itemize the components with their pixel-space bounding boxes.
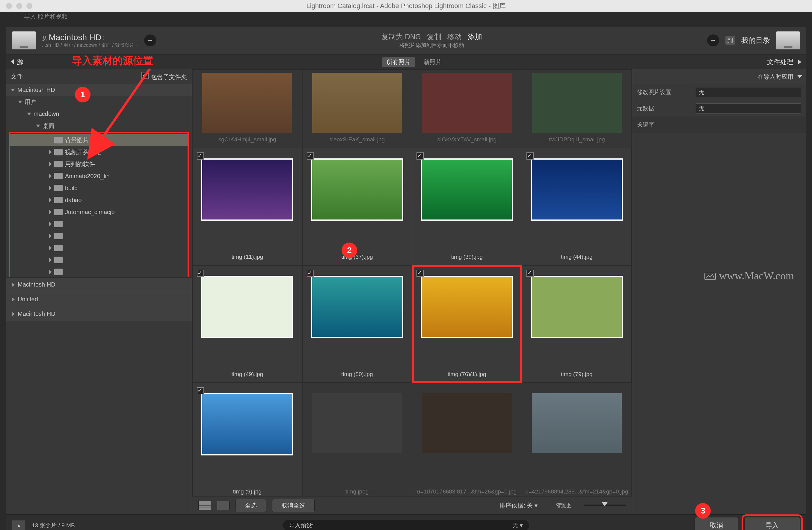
tree-folder[interactable]: dabao xyxy=(10,194,188,206)
window-title: Lightroom Catalog.lrcat - Adobe Photosho… xyxy=(306,1,506,11)
tree-folder[interactable] xyxy=(10,242,188,254)
thumb-checkbox[interactable] xyxy=(307,270,314,277)
folder-icon xyxy=(54,221,63,227)
folder-icon xyxy=(54,173,63,179)
sort-dropdown[interactable]: 关 xyxy=(527,502,533,509)
tree-folder[interactable] xyxy=(10,254,188,266)
thumb-image xyxy=(531,158,623,221)
tree-folder[interactable]: 视频开头结尾 xyxy=(10,146,188,158)
thumb-checkbox[interactable] xyxy=(197,270,204,277)
mode-move[interactable]: 移动 xyxy=(447,33,462,41)
thumb-cell[interactable]: timg (11).jpg xyxy=(192,148,302,265)
thumb-checkbox[interactable] xyxy=(197,387,204,394)
thumb-cell[interactable]: u=1070176683,817...&fm=26&gp=0.jpg xyxy=(412,383,522,496)
apply-on-import-header[interactable]: 在导入时应用 xyxy=(632,69,806,84)
mode-copy[interactable]: 复制 xyxy=(427,33,441,41)
select-all-button[interactable]: 全选 xyxy=(235,499,266,512)
file-handling-header[interactable]: 文件处理 xyxy=(632,55,806,69)
deselect-all-button[interactable]: 取消全选 xyxy=(272,499,315,512)
mode-dng[interactable]: 复制为 DNG xyxy=(381,33,421,41)
tree-users[interactable]: 用户 xyxy=(25,98,37,106)
thumb-image xyxy=(311,158,403,221)
dest-label[interactable]: 我的目录 xyxy=(741,35,770,45)
folder-icon xyxy=(54,209,63,215)
bottom-bar: ▲ 13 张照片 / 9 MB 导入预设: 无 ▾ 取消 导入 xyxy=(6,514,806,530)
cancel-button[interactable]: 取消 xyxy=(695,517,738,530)
thumb-checkbox[interactable] xyxy=(526,270,534,277)
keywords-field[interactable]: 关键字 xyxy=(632,117,806,133)
thumb-cell[interactable]: timg (44).jpg xyxy=(522,148,632,265)
mac-window-controls[interactable] xyxy=(6,3,32,9)
grid-view-icon[interactable] xyxy=(198,501,211,510)
thumb-cell[interactable]: timg (39).jpg xyxy=(412,148,522,265)
import-preset-bar[interactable]: 导入预设: 无 ▾ xyxy=(283,520,529,530)
thumb-checkbox[interactable] xyxy=(417,152,424,160)
tree-folder[interactable]: 用到的软件 xyxy=(10,158,188,170)
expand-icon xyxy=(797,75,802,78)
right-panel: 文件处理 在导入时应用 修改照片设置 无⁚ 元数据 无⁚ 关键字 xyxy=(632,55,806,514)
source-path[interactable]: ...sh HD / 用户 / macdown / 桌面 / 背景图片 + xyxy=(42,42,138,48)
thumb-cell[interactable]: u=4217968894,285...&fm=214&gp=0.jpg xyxy=(522,383,632,496)
expand-panel-button[interactable]: ▲ xyxy=(12,520,26,530)
modify-settings-dropdown[interactable]: 无⁚ xyxy=(696,87,801,97)
tab-all-photos[interactable]: 所有照片 xyxy=(382,57,415,68)
import-button[interactable]: 导入 xyxy=(744,517,800,530)
thumb-image xyxy=(312,393,402,453)
tree-folder[interactable] xyxy=(10,230,188,242)
minimize-icon[interactable] xyxy=(16,3,22,9)
thumb-checkbox[interactable] xyxy=(526,152,534,160)
include-subfolders-checkbox[interactable] xyxy=(142,72,149,79)
thumb-cell-highlighted[interactable]: timg (76)(1).jpg xyxy=(412,265,522,383)
tree-folder-selected[interactable]: 背景图片 xyxy=(10,134,188,146)
thumb-cell[interactable]: timg.jpeg xyxy=(302,383,412,496)
thumb-cell[interactable]: sgCrK4Hmj4_small.jpg xyxy=(192,70,302,148)
volume-row[interactable]: Untitled xyxy=(6,292,192,307)
close-icon[interactable] xyxy=(6,3,12,9)
folder-tree[interactable]: Macintosh HD 用户 macdown 桌面 背景图片 视频开头结尾 用… xyxy=(6,84,192,277)
loupe-view-icon[interactable] xyxy=(217,501,230,510)
thumbnail-grid[interactable]: sgCrK4Hmj4_small.jpg sieoxSrEaK_small.jp… xyxy=(192,70,632,496)
annotation-text: 导入素材的源位置 xyxy=(72,54,154,68)
thumb-cell[interactable]: timg (79).jpg xyxy=(522,265,632,383)
metadata-dropdown[interactable]: 无⁚ xyxy=(696,103,801,114)
thumb-cell[interactable]: timg (37).jpg xyxy=(302,148,412,265)
thumb-cell[interactable]: timg (49).jpg xyxy=(192,265,302,383)
tab-new-photos[interactable]: 新照片 xyxy=(424,58,442,66)
thumb-cell[interactable]: sIGKvXYT4V_small.jpg xyxy=(412,70,522,148)
thumb-image xyxy=(201,393,293,455)
dest-arrow-button[interactable]: → xyxy=(707,34,719,46)
photo-tabs: 所有照片 新照片 xyxy=(192,55,632,70)
tree-desktop[interactable]: 桌面 xyxy=(43,122,55,130)
thumb-checkbox[interactable] xyxy=(197,152,204,160)
thumb-cell[interactable]: timg (9).jpg xyxy=(192,383,302,496)
copy-mode-tabs[interactable]: 复制为 DNG 复制 移动 添加 xyxy=(381,32,482,42)
folder-icon xyxy=(54,197,63,203)
source-volume[interactable]: Macintosh HD xyxy=(48,33,101,42)
mode-add[interactable]: 添加 xyxy=(468,33,482,41)
sub-title: 导入 照片和视频 xyxy=(0,12,812,21)
annotation-badge-2: 2 xyxy=(342,242,357,258)
maximize-icon[interactable] xyxy=(26,3,32,9)
thumb-image xyxy=(531,276,623,338)
source-arrow-button[interactable]: → xyxy=(144,34,156,46)
volume-row[interactable]: Macintosh HD xyxy=(6,277,192,292)
tree-folder[interactable] xyxy=(10,266,188,277)
thumb-image xyxy=(532,73,622,133)
tree-folder[interactable] xyxy=(10,218,188,230)
thumb-cell[interactable]: tMJIDPDq1I_small.jpg xyxy=(522,70,632,148)
thumb-image xyxy=(202,73,292,133)
tree-root[interactable]: Macintosh HD xyxy=(17,87,55,93)
thumb-cell[interactable]: sieoxSrEaK_small.jpg xyxy=(302,70,412,148)
thumb-cell[interactable]: timg (50).jpg xyxy=(302,265,412,383)
tree-folder[interactable]: Jutohmac_clmacjb xyxy=(10,206,188,218)
from-label: 从 xyxy=(42,35,47,41)
tree-folder[interactable]: Animate2020_lin xyxy=(10,170,188,182)
tree-folder[interactable]: build xyxy=(10,182,188,194)
thumb-checkbox[interactable] xyxy=(307,152,314,160)
tree-macdown[interactable]: macdown xyxy=(33,111,59,117)
annotation-badge-1: 1 xyxy=(75,87,90,102)
modify-settings-label: 修改照片设置 xyxy=(637,88,671,96)
thumb-size-slider[interactable] xyxy=(584,504,626,506)
volume-row[interactable]: Macintosh HD xyxy=(6,307,192,321)
thumb-checkbox[interactable] xyxy=(417,270,424,277)
